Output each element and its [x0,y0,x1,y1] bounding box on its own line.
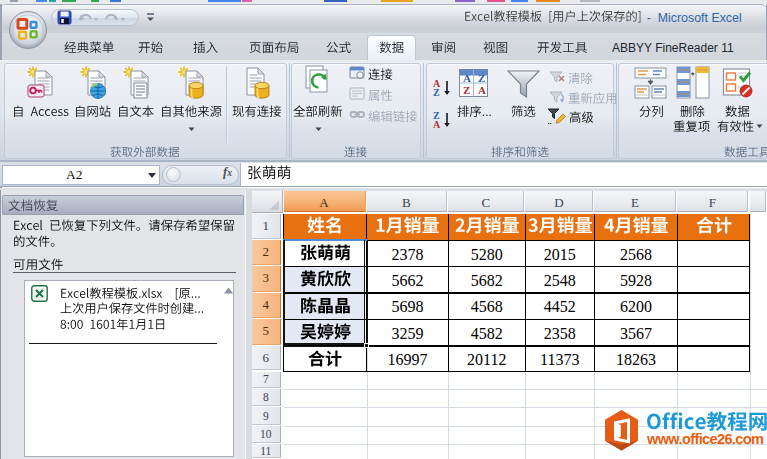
svg-text:Z: Z [463,84,470,96]
svg-text:Z: Z [478,72,485,84]
svg-text:A: A [478,84,486,96]
svg-text:A: A [433,119,441,130]
svg-text:Z: Z [433,87,440,98]
svg-text:A: A [463,72,471,84]
